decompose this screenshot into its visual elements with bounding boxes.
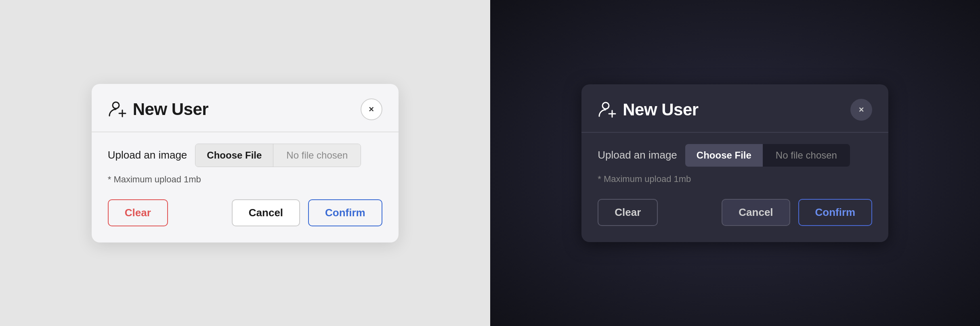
light-panel: New User × Upload an image Choose File N… <box>0 0 490 326</box>
close-icon-light: × <box>369 104 374 115</box>
no-file-label-light: No file chosen <box>273 144 361 167</box>
max-upload-light: * Maximum upload 1mb <box>108 174 382 185</box>
light-modal: New User × Upload an image Choose File N… <box>92 84 399 242</box>
clear-button-light[interactable]: Clear <box>108 199 168 226</box>
modal-footer-dark: Clear Cancel Confirm <box>598 199 872 226</box>
user-plus-icon-dark <box>598 100 617 119</box>
no-file-label-dark: No file chosen <box>763 144 850 167</box>
upload-row-light: Upload an image Choose File No file chos… <box>108 144 382 167</box>
cancel-button-dark[interactable]: Cancel <box>722 199 790 226</box>
upload-label-light: Upload an image <box>108 149 187 161</box>
svg-point-3 <box>602 102 609 109</box>
modal-header-light: New User × <box>108 98 382 120</box>
svg-point-0 <box>113 102 119 109</box>
modal-title-dark: New User <box>623 100 698 119</box>
dark-modal: New User × Upload an image Choose File N… <box>581 84 888 242</box>
user-plus-icon-light <box>108 100 127 119</box>
confirm-button-dark[interactable]: Confirm <box>798 199 873 226</box>
dark-panel: New User × Upload an image Choose File N… <box>490 0 980 326</box>
upload-label-dark: Upload an image <box>598 149 677 161</box>
cancel-button-light[interactable]: Cancel <box>232 199 300 226</box>
choose-file-button-light[interactable]: Choose File <box>195 144 273 167</box>
max-upload-dark: * Maximum upload 1mb <box>598 174 872 184</box>
divider-light <box>92 132 399 132</box>
title-group-dark: New User <box>598 100 698 119</box>
modal-footer-light: Clear Cancel Confirm <box>108 199 382 226</box>
close-icon-dark: × <box>859 104 864 115</box>
close-button-light[interactable]: × <box>361 98 382 120</box>
modal-title-light: New User <box>133 100 208 119</box>
choose-file-button-dark[interactable]: Choose File <box>685 144 763 167</box>
upload-row-dark: Upload an image Choose File No file chos… <box>598 144 872 167</box>
file-input-wrapper-light: Choose File No file chosen <box>195 144 361 167</box>
confirm-button-light[interactable]: Confirm <box>308 199 382 226</box>
close-button-dark[interactable]: × <box>850 99 872 121</box>
file-input-wrapper-dark: Choose File No file chosen <box>685 144 850 167</box>
modal-header-dark: New User × <box>598 99 872 121</box>
divider-dark <box>581 132 888 133</box>
clear-button-dark[interactable]: Clear <box>598 199 658 226</box>
title-group-light: New User <box>108 100 208 119</box>
